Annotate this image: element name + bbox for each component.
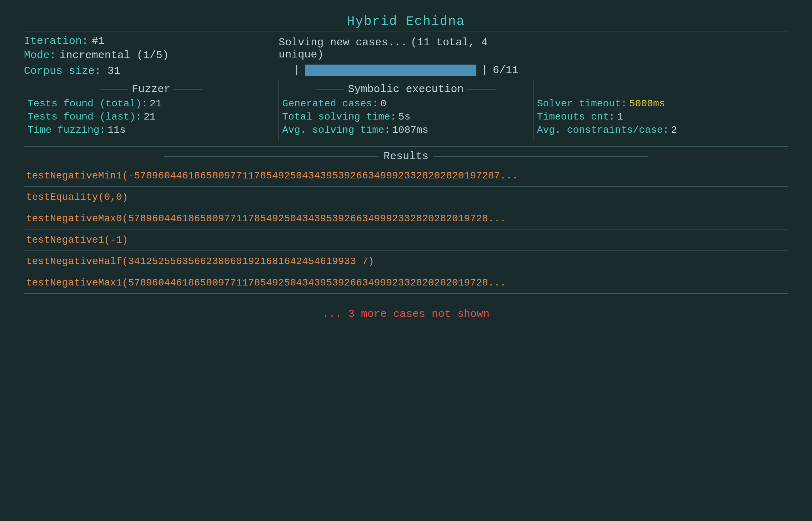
avg-constraints-key: Avg. constraints/case: [537,125,669,136]
iteration-val: #1 [92,35,105,47]
result-item-0: testNegativeMin1(-5789604461865809771178… [24,165,788,187]
corpus-val: 31 [107,65,120,77]
result-item-1: testEquality(0,0) [24,187,788,208]
iteration-key: Iteration: [24,35,88,47]
result-item-3: testNegative1(-1) [24,229,788,251]
corpus-key: Corpus size: [24,65,101,77]
tests-found-last-val: 21 [144,111,156,122]
progress-count: 6/11 [493,64,518,76]
header-center: Solving new cases... (11 total, 4 unique… [279,35,533,77]
symbolic-title: Symbolic execution [282,83,529,95]
header-grid: Iteration: #1 Mode: incremental (1/5) Co… [24,35,788,77]
results-section: Results testNegativeMin1(-57896044618658… [24,146,788,327]
header-right [533,35,788,77]
timeouts-cnt-row: Timeouts cnt: 1 [537,111,785,122]
progress-bar-container: | | 6/11 [279,64,533,76]
progress-bar [305,65,476,76]
avg-constraints-val: 2 [671,125,677,136]
title-section: Hybrid Echidna [24,14,788,31]
more-cases-label: ... 3 more cases not shown [24,294,788,327]
symbolic-section-left: Symbolic execution Generated cases: 0 To… [279,80,533,141]
timeouts-cnt-key: Timeouts cnt: [537,111,615,122]
total-solving-val: 5s [399,111,411,122]
result-item-5: testNegativeMax1(57896044618658097711785… [24,272,788,294]
status-text-line: Solving new cases... (11 total, 4 unique… [279,36,533,61]
tests-found-last-row: Tests found (last): 21 [27,111,275,122]
symbolic-section-right: placeholder Solver timeout: 5000ms Timeo… [533,80,788,141]
time-fuzzing-val: 11s [107,125,125,136]
pipe-left: | [294,64,300,76]
tests-found-total-key: Tests found (total): [27,98,147,109]
generated-cases-val: 0 [380,98,386,109]
total-solving-key: Total solving time: [282,111,396,122]
terminal-container: Hybrid Echidna Iteration: #1 Mode: incre… [13,7,799,334]
fuzzer-title: Fuzzer [27,83,275,95]
mode-key: Mode: [24,49,56,61]
result-item-4: testNegativeHalf(34125255635662380601921… [24,251,788,272]
iteration-row: Iteration: #1 [24,35,279,47]
timeouts-cnt-val: 1 [617,111,623,122]
mode-val: incremental (1/5) [60,49,169,61]
solver-timeout-val: 5000ms [629,98,665,109]
results-title: Results [24,147,788,165]
solver-timeout-row: Solver timeout: 5000ms [537,98,785,109]
generated-cases-row: Generated cases: 0 [282,98,529,109]
sections-grid: Fuzzer Tests found (total): 21 Tests fou… [24,80,788,141]
tests-found-last-key: Tests found (last): [27,111,141,122]
result-item-2: testNegativeMax0(57896044618658097711785… [24,208,788,229]
header-left: Iteration: #1 Mode: incremental (1/5) Co… [24,35,279,77]
app-title: Hybrid Echidna [347,14,465,29]
fuzzer-section: Fuzzer Tests found (total): 21 Tests fou… [24,80,279,141]
time-fuzzing-key: Time fuzzing: [27,125,105,136]
avg-solving-key: Avg. solving time: [282,125,390,136]
avg-solving-val: 1087ms [392,125,428,136]
solver-timeout-key: Solver timeout: [537,98,627,109]
time-fuzzing-row: Time fuzzing: 11s [27,125,275,136]
avg-solving-row: Avg. solving time: 1087ms [282,125,529,136]
corpus-row: Corpus size: 31 [24,65,279,77]
pipe-right: | [481,64,488,76]
mode-row: Mode: incremental (1/5) [24,49,279,61]
generated-cases-key: Generated cases: [282,98,378,109]
total-solving-row: Total solving time: 5s [282,111,529,122]
avg-constraints-row: Avg. constraints/case: 2 [537,125,785,136]
tests-found-total-row: Tests found (total): 21 [27,98,275,109]
tests-found-total-val: 21 [150,98,162,109]
status-text: Solving new cases... [279,36,407,49]
